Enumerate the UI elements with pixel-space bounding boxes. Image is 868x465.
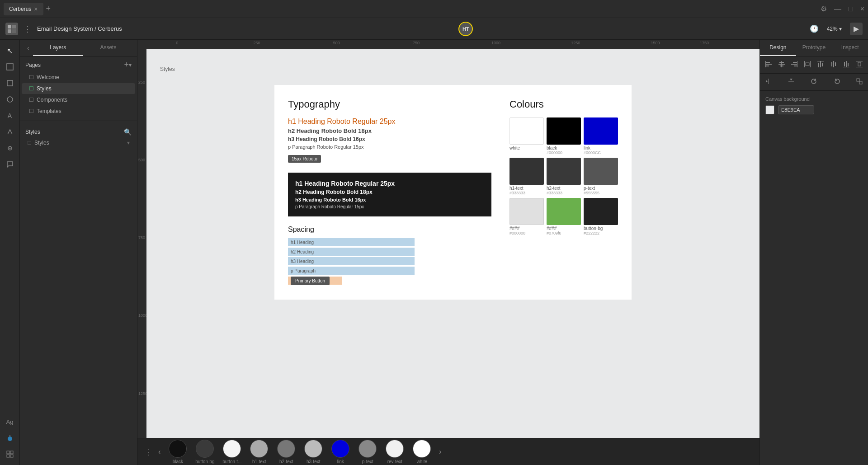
distribute-v-icon[interactable] [855, 60, 863, 70]
panel-divider [20, 121, 137, 121]
ellipse-tool[interactable] [3, 92, 17, 107]
tab-label: Cerberus [9, 6, 31, 12]
tab-inspect[interactable]: Inspect [832, 40, 868, 56]
page-templates[interactable]: ☐ Templates [22, 106, 135, 117]
colour-grid: white black #000000 link [509, 117, 618, 235]
plugin-tool[interactable] [3, 141, 17, 155]
colour-ptext: p-text #555555 [584, 158, 618, 195]
page-welcome[interactable]: ☐ Welcome [22, 72, 135, 83]
tab-prototype[interactable]: Prototype [796, 40, 832, 56]
tab-close-button[interactable]: × [34, 5, 38, 13]
svg-rect-30 [820, 61, 821, 67]
styles-section-label: Styles [25, 129, 124, 135]
flip-h-icon[interactable] [764, 77, 773, 87]
swatch-white [509, 117, 544, 145]
align-top-icon[interactable] [816, 60, 825, 70]
align-right-icon[interactable] [790, 60, 798, 70]
breadcrumb: Email Design System / Cerberus [37, 25, 122, 32]
strip-next-arrow[interactable]: › [437, 446, 443, 458]
svg-rect-17 [765, 61, 766, 67]
toolbar: ⋮ Email Design System / Cerberus HT 🕐 42… [0, 18, 868, 40]
dot-label-black: black [173, 459, 183, 464]
menu-dots-button[interactable]: ⋮ [24, 24, 32, 34]
svg-rect-29 [818, 63, 819, 67]
pen-tool[interactable] [3, 125, 17, 139]
distribute-h-icon[interactable] [803, 60, 811, 70]
align-left-icon[interactable] [764, 60, 773, 70]
flip-v-icon[interactable] [787, 77, 795, 87]
rotate-cw-icon[interactable] [810, 77, 818, 87]
styles-item-chevron[interactable]: ▾ [127, 140, 130, 146]
color-dot-link[interactable]: link [329, 440, 352, 464]
pages-list: ☐ Welcome ☐ Styles ☐ Components ☐ Templa… [20, 71, 137, 117]
canvas-area: 0 250 500 750 1000 1250 1500 1750 250 50… [137, 40, 760, 465]
canvas-scroll[interactable]: 250 500 750 1000 1250 Styles Typography … [137, 49, 760, 438]
type-tool-bottom[interactable]: Ag [3, 414, 17, 429]
text-tool[interactable]: A [3, 108, 17, 123]
panel-back-button[interactable]: ‹ [24, 41, 33, 55]
tab-design[interactable]: Design [760, 40, 796, 56]
add-page-button[interactable]: + [124, 60, 129, 70]
new-tab-button[interactable]: + [46, 4, 51, 14]
color-dot-black[interactable]: black [166, 440, 189, 464]
tab-layers[interactable]: Layers [33, 40, 83, 56]
minimize-icon[interactable]: — [834, 5, 841, 13]
history-icon[interactable]: 🕐 [810, 24, 819, 33]
canvas-bg-input[interactable] [778, 105, 814, 114]
styles-section-header: Styles 🔍 [20, 125, 137, 137]
tab-assets[interactable]: Assets [83, 40, 133, 56]
ruler-row: 0 250 500 750 1000 1250 1500 1750 [137, 40, 760, 49]
pages-section-header[interactable]: Pages + ▾ [20, 56, 137, 71]
align-bottom-icon[interactable] [842, 60, 850, 70]
color-dot-h1text[interactable]: h1-text [247, 440, 271, 464]
rotate-ccw-icon[interactable] [833, 77, 841, 87]
page-name: Components [37, 97, 67, 103]
page-icon: ☐ [29, 108, 34, 114]
zoom-control[interactable]: 42% ▾ [824, 24, 844, 34]
grid-tool[interactable] [3, 447, 17, 461]
color-dot-buttont[interactable]: button-t... [220, 440, 244, 464]
play-button[interactable]: ▶ [850, 23, 863, 35]
ruler-corner [137, 40, 146, 49]
maximize-icon[interactable]: □ [849, 5, 853, 13]
align-center-h-icon[interactable] [778, 60, 786, 70]
svg-rect-14 [765, 62, 770, 63]
comment-tool[interactable] [3, 157, 17, 172]
svg-rect-42 [856, 67, 863, 67]
color-dot-revtext[interactable]: rev-text [383, 440, 406, 464]
color-dot-h3text[interactable]: h3-text [302, 440, 325, 464]
colour-white: white [509, 117, 544, 155]
canvas-bg-label: Canvas background [765, 96, 863, 102]
active-tab[interactable]: Cerberus × [4, 3, 43, 15]
settings-icon[interactable]: ⚙ [821, 5, 827, 13]
color-dot-white[interactable]: white [410, 440, 434, 464]
right-panel: Design Prototype Inspect [760, 40, 868, 465]
user-avatar[interactable]: HT [458, 22, 473, 36]
styles-search-icon[interactable]: 🔍 [124, 128, 132, 136]
swatch-h1text [509, 158, 544, 185]
fill-tool[interactable] [3, 431, 17, 445]
ruler-horizontal: 0 250 500 750 1000 1250 1500 1750 [146, 40, 760, 49]
typo-dark-box: h1 Heading Roboto Regular 25px h2 Headin… [288, 173, 491, 216]
page-components[interactable]: ☐ Components [22, 94, 135, 105]
svg-rect-12 [7, 455, 9, 457]
arrange-icon[interactable] [855, 77, 863, 87]
dot-label-buttont: button-t... [222, 459, 241, 464]
canvas-bg-swatch[interactable] [765, 105, 774, 114]
strip-menu-dots[interactable]: ⋮ [145, 447, 153, 457]
svg-rect-22 [793, 62, 797, 63]
color-dot-buttonbg[interactable]: button-bg [193, 440, 217, 464]
strip-prev-arrow[interactable]: ‹ [156, 446, 162, 458]
page-styles[interactable]: ☐ Styles [22, 83, 135, 94]
color-dot-h2text[interactable]: h2-text [274, 440, 298, 464]
svg-rect-16 [765, 66, 769, 66]
frame-tool[interactable] [3, 60, 17, 74]
select-tool[interactable]: ↖ [3, 43, 17, 58]
align-center-v-icon[interactable] [830, 60, 838, 70]
pages-chevron[interactable]: ▾ [129, 62, 132, 68]
colour-revtext: #### #000000 [509, 198, 544, 235]
close-window-icon[interactable]: × [860, 5, 864, 13]
shape-tool[interactable] [3, 76, 17, 90]
color-dot-ptext[interactable]: p-text [356, 440, 379, 464]
styles-item[interactable]: ☐ Styles ▾ [20, 137, 137, 148]
